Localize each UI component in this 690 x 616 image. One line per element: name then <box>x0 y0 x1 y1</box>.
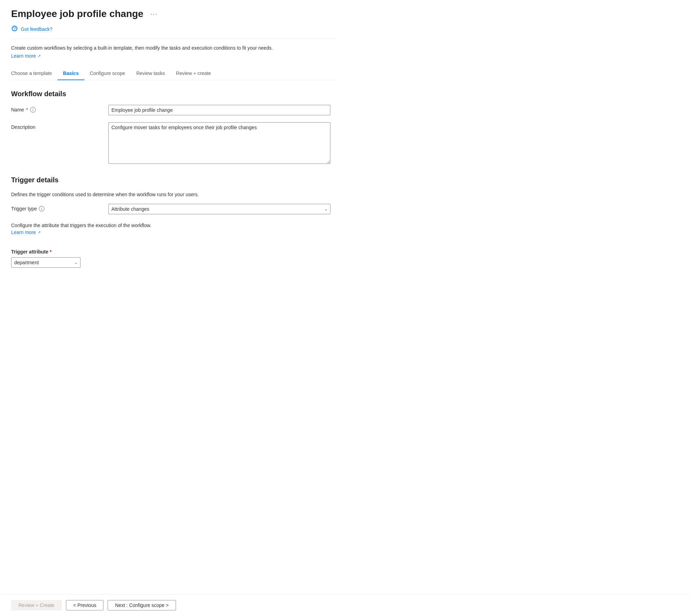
name-label: Name * i <box>11 105 108 113</box>
trigger-description: Defines the trigger conditions used to d… <box>11 191 336 198</box>
trigger-type-row: Trigger type i Attribute changes User cr… <box>11 204 336 214</box>
name-input-wrapper <box>108 105 330 115</box>
trigger-type-select-wrapper: Attribute changes User created User dele… <box>108 204 330 214</box>
workflow-details-heading: Workflow details <box>11 90 336 98</box>
name-required-star: * <box>26 107 28 113</box>
learn-more-link-2[interactable]: Learn more ↗ <box>11 230 41 235</box>
trigger-attribute-section: Configure the attribute that triggers th… <box>11 223 336 268</box>
tab-basics[interactable]: Basics <box>58 67 84 80</box>
svg-point-0 <box>14 30 15 30</box>
page-description: Create custom workflows by selecting a b… <box>11 44 336 52</box>
tab-review-create[interactable]: Review + create <box>170 67 217 80</box>
workflow-details-section: Workflow details Name * i Description <box>11 90 336 165</box>
page-title-row: Employee job profile change ··· <box>11 8 336 19</box>
trigger-attribute-select-wrapper: department jobTitle manager officeLocati… <box>11 257 81 268</box>
feedback-link[interactable]: Got feedback? <box>21 26 52 32</box>
trigger-attribute-label: Trigger attribute * <box>11 249 336 255</box>
footer-bar: Review + Create < Previous Next : Config… <box>0 594 690 616</box>
trigger-type-dropdown-wrapper: Attribute changes User created User dele… <box>108 204 330 214</box>
learn-more-link-1[interactable]: Learn more ↗ <box>11 53 41 59</box>
tab-choose-template[interactable]: Choose a template <box>11 67 58 80</box>
description-form-row: Description <box>11 122 336 165</box>
ellipsis-button[interactable]: ··· <box>148 9 160 19</box>
external-link-icon-2: ↗ <box>37 230 41 235</box>
page-title: Employee job profile change <box>11 8 143 19</box>
trigger-attr-description: Configure the attribute that triggers th… <box>11 223 336 228</box>
attribute-required-star: * <box>50 249 51 255</box>
trigger-type-label: Trigger type i <box>11 204 108 211</box>
feedback-row: Got feedback? <box>11 25 336 39</box>
tabs-navigation: Choose a template Basics Configure scope… <box>11 67 336 80</box>
tab-configure-scope[interactable]: Configure scope <box>84 67 131 80</box>
name-input[interactable] <box>108 105 330 115</box>
trigger-details-heading: Trigger details <box>11 176 336 184</box>
description-label: Description <box>11 122 108 130</box>
tab-review-tasks[interactable]: Review tasks <box>131 67 170 80</box>
review-create-button: Review + Create <box>11 600 62 610</box>
trigger-type-select[interactable]: Attribute changes User created User dele… <box>108 204 330 214</box>
next-button[interactable]: Next : Configure scope > <box>108 600 176 610</box>
trigger-attribute-select[interactable]: department jobTitle manager officeLocati… <box>11 257 81 268</box>
description-input-wrapper <box>108 122 330 165</box>
name-form-row: Name * i <box>11 105 336 115</box>
external-link-icon: ↗ <box>37 54 41 58</box>
previous-button[interactable]: < Previous <box>66 600 104 610</box>
feedback-icon <box>11 25 18 33</box>
name-info-icon[interactable]: i <box>30 107 36 113</box>
trigger-type-info-icon[interactable]: i <box>39 206 44 211</box>
description-textarea[interactable] <box>108 122 330 164</box>
trigger-details-section: Trigger details Defines the trigger cond… <box>11 176 336 268</box>
